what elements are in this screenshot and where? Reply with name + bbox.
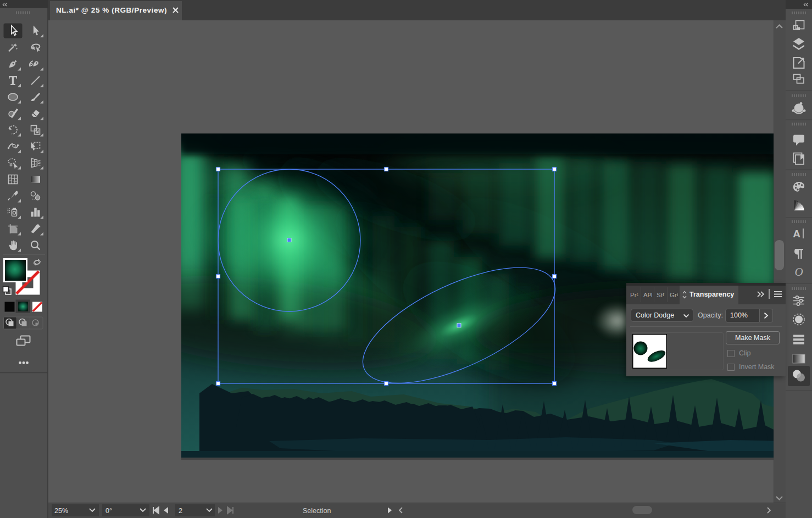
svg-text:O: O [794, 265, 803, 279]
svg-text:Selection: Selection [303, 507, 331, 515]
svg-text:2: 2 [179, 507, 182, 515]
svg-text:0°: 0° [105, 507, 112, 515]
svg-text:A: A [793, 228, 800, 239]
svg-text:25%: 25% [54, 507, 68, 515]
